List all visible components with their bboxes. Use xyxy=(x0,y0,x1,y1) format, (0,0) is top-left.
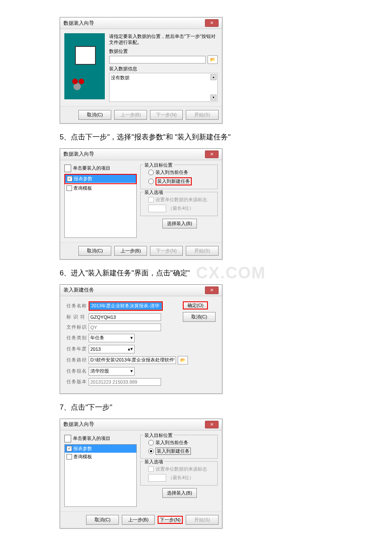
browse-icon[interactable]: 📂 xyxy=(208,55,218,64)
checkbox-icon[interactable] xyxy=(66,185,72,191)
back-button[interactable]: 上一步(B) xyxy=(114,110,147,120)
checkbox-icon[interactable] xyxy=(66,454,72,460)
import-wizard-dialog-4: 数据装入向导 ✕ 单击要装入的项目 ✓ 报表参数 查询模板 xyxy=(60,419,222,529)
label-path: 任务路径 xyxy=(66,357,89,363)
task-group-select[interactable]: 清华控股▾ xyxy=(89,367,135,376)
chevron-down-icon: ▾ xyxy=(130,368,133,374)
step-6-text: 6、进入"装入新建任务"界面，点击"确定" xyxy=(60,268,332,278)
close-icon[interactable]: ✕ xyxy=(205,19,219,27)
label-name: 任务名称 xyxy=(66,303,89,309)
cancel-button[interactable]: 取消(C) xyxy=(78,110,111,120)
dialog-title: 数据装入向导 xyxy=(63,421,94,428)
task-path-input[interactable] xyxy=(89,356,176,364)
back-button[interactable]: 上一步(B) xyxy=(122,515,155,525)
path-input[interactable] xyxy=(109,56,206,64)
label-year: 任务年度 xyxy=(66,346,89,352)
dialog-title: 数据装入向导 xyxy=(63,150,94,158)
new-task-dialog: 装入新建任务 ✕ 确定(O) 取消(C) 任务名称 标 识 符 文件标识 任务类… xyxy=(60,284,222,394)
list-item-params[interactable]: ✓ 报表参数 xyxy=(65,445,136,453)
ok-button[interactable]: 确定(O) xyxy=(183,301,208,309)
target-group: 装入目标位置 装入到当前任务 装入到新建任务 xyxy=(140,435,218,459)
group-title: 装入选项 xyxy=(143,459,164,465)
task-version-input xyxy=(89,378,161,386)
checkbox-icon[interactable]: ✓ xyxy=(66,446,72,451)
step-5-text: 5、点击下一步"，选择"报表参数"和 "装入到新建任务" xyxy=(60,132,332,142)
import-wizard-dialog-1: 数据装入向导 ✕ 请指定要装入数据的位置，然后单击"下一步"按钮对文件进行装配。… xyxy=(60,17,222,124)
info-content: 没有数据 xyxy=(111,75,130,80)
next-button[interactable]: 下一步(N) xyxy=(158,516,183,524)
radio-icon[interactable] xyxy=(148,440,154,445)
target-group: 装入目标位置 装入到当前任务 装入到新建任务 xyxy=(140,165,218,189)
dialog-title: 装入新建任务 xyxy=(63,286,94,294)
label-id: 标 识 符 xyxy=(66,314,89,320)
checkbox-icon xyxy=(148,197,154,202)
instruction-text: 请指定要装入数据的位置，然后单击"下一步"按钮对文件进行装配。 xyxy=(109,33,218,46)
next-button[interactable]: 下一步(N) xyxy=(150,246,183,256)
radio-icon[interactable] xyxy=(148,179,154,184)
list-item-template[interactable]: 查询模板 xyxy=(65,453,136,461)
task-name-input[interactable] xyxy=(89,302,162,310)
group-title: 装入目标位置 xyxy=(143,162,174,168)
back-button[interactable]: 上一步(B) xyxy=(114,246,147,256)
checkbox-icon xyxy=(148,466,154,472)
item-list-rest: 查询模板 xyxy=(64,184,137,238)
wizard-image xyxy=(64,33,105,99)
highlight-box: 装入到新建任务 xyxy=(156,177,192,185)
highlight-box: ✓ 报表参数 xyxy=(64,174,137,184)
dialog-title: 数据装入向导 xyxy=(63,20,94,27)
radio-current-task[interactable]: 装入到当前任务 xyxy=(143,168,215,176)
close-icon[interactable]: ✕ xyxy=(205,150,219,158)
cancel-button[interactable]: 取消(C) xyxy=(86,515,119,525)
flag-input xyxy=(148,474,166,482)
source-flag-option: 设置单位数据的来源标志 xyxy=(143,465,215,473)
spinner-icon: ▴▾ xyxy=(128,346,133,352)
document-icon xyxy=(64,165,71,172)
titlebar: 数据装入向导 ✕ xyxy=(60,17,222,29)
list-item-template[interactable]: 查询模板 xyxy=(65,184,136,192)
task-year-input[interactable]: 2013▴▾ xyxy=(89,345,135,353)
start-button[interactable]: 开始(S) xyxy=(186,246,219,256)
scroll-up-icon[interactable]: ▴ xyxy=(210,74,216,80)
radio-current-task[interactable]: 装入到当前任务 xyxy=(143,439,215,447)
options-group: 装入选项 设置单位数据的来源标志 （最长4位） xyxy=(140,192,218,216)
document-icon xyxy=(64,435,71,442)
scroll-down-icon[interactable]: ▾ xyxy=(210,95,216,101)
start-button[interactable]: 开始(S) xyxy=(186,515,219,525)
item-list: ✓ 报表参数 xyxy=(65,175,136,183)
label-type: 任务类别 xyxy=(66,335,89,341)
cancel-button[interactable]: 取消(C) xyxy=(78,246,111,256)
identifier-input[interactable] xyxy=(89,313,161,321)
task-type-select[interactable]: 年任务▾ xyxy=(89,334,135,342)
titlebar: 数据装入向导 ✕ xyxy=(60,149,222,160)
close-icon[interactable]: ✕ xyxy=(205,421,219,428)
next-button[interactable]: 下一步(N) xyxy=(150,110,183,120)
close-icon[interactable]: ✕ xyxy=(205,286,219,294)
options-group: 装入选项 设置单位数据的来源标志 （最长4位） xyxy=(140,461,218,486)
source-flag-input-row: （最长4位） xyxy=(143,204,215,213)
list-item-params[interactable]: ✓ 报表参数 xyxy=(65,175,136,183)
checkbox-icon[interactable]: ✓ xyxy=(67,176,72,182)
browse-icon[interactable]: 📂 xyxy=(178,356,188,364)
label-file: 文件标识 xyxy=(66,324,89,330)
import-wizard-dialog-2: 数据装入向导 ✕ 单击要装入的项目 ✓ 报表参数 xyxy=(60,148,222,260)
radio-new-task[interactable]: 装入到新建任务 xyxy=(143,176,215,186)
chevron-down-icon: ▾ xyxy=(130,335,133,341)
cancel-button[interactable]: 取消(C) xyxy=(183,312,216,322)
flag-input xyxy=(148,205,166,212)
items-header: 单击要装入的项目 xyxy=(64,165,137,172)
start-button[interactable]: 开始(S) xyxy=(186,110,219,120)
file-id-input xyxy=(89,324,161,331)
titlebar: 数据装入向导 ✕ xyxy=(60,419,222,431)
label-version: 任务版本 xyxy=(66,379,89,385)
radio-icon[interactable] xyxy=(148,170,154,175)
path-label: 数据位置 xyxy=(109,48,218,55)
radio-icon[interactable] xyxy=(148,448,154,454)
titlebar: 装入新建任务 ✕ xyxy=(60,285,222,296)
step-7-text: 7、点击"下一步" xyxy=(60,402,332,412)
select-load-button[interactable]: 选择装入(B) xyxy=(162,219,197,228)
radio-new-task[interactable]: 装入到新建任务 xyxy=(143,447,215,456)
select-load-button[interactable]: 选择装入(B) xyxy=(162,488,197,498)
group-title: 装入选项 xyxy=(143,189,164,196)
info-label: 装入数据信息 xyxy=(109,66,218,72)
info-box: 没有数据 ▴ ▾ xyxy=(109,73,218,102)
